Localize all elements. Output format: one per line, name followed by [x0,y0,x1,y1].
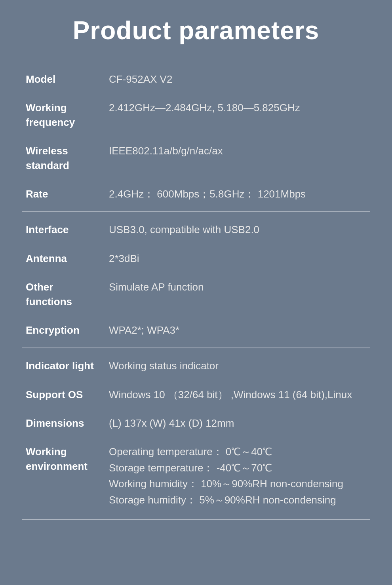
working-environment-label: Working environment [22,437,105,516]
table-row: Model CF-952AX V2 [22,65,370,93]
wireless-standard-value: IEEE802.11a/b/g/n/ac/ax [105,137,370,180]
bottom-divider [22,519,370,520]
divider-row [22,208,370,215]
params-table: Model CF-952AX V2 Working frequency 2.41… [22,65,370,523]
working-env-line: Operating temperature： 0℃～40℃ [109,444,366,459]
interface-value: USB3.0, compatible with USB2.0 [105,215,370,244]
indicator-light-label: Indicator light [22,351,105,380]
interface-label: Interface [22,215,105,244]
other-functions-label: Other functions [22,273,105,316]
table-row: Interface USB3.0, compatible with USB2.0 [22,215,370,244]
table-row: Working frequency 2.412GHz—2.484GHz, 5.1… [22,93,370,137]
rate-label: Rate [22,180,105,208]
divider [22,348,370,348]
working-environment-value: Operating temperature： 0℃～40℃Storage tem… [105,437,370,516]
table-row: Encryption WPA2*; WPA3* [22,316,370,344]
antenna-value: 2*3dBi [105,244,370,273]
other-functions-value: Simulate AP function [105,273,370,316]
dimensions-label: Dimensions [22,409,105,437]
divider-row [22,344,370,351]
support-os-label: Support OS [22,380,105,409]
table-row: Support OS Windows 10 （32/64 bit） ,Windo… [22,380,370,409]
table-row: Indicator light Working status indicator [22,351,370,380]
support-os-value: Windows 10 （32/64 bit） ,Windows 11 (64 b… [105,380,370,409]
indicator-light-value: Working status indicator [105,351,370,380]
working-env-line: Working humidity： 10%～90%RH non-condensi… [109,477,366,491]
table-row: Rate 2.4GHz： 600Mbps；5.8GHz： 1201Mbps [22,180,370,208]
working-env-line: Storage humidity： 5%～90%RH non-condensin… [109,493,366,507]
wireless-standard-label: Wireless standard [22,137,105,180]
dimensions-value: (L) 137x (W) 41x (D) 12mm [105,409,370,437]
page-container: Product parameters Model CF-952AX V2 Wor… [0,0,392,585]
table-row: Other functions Simulate AP function [22,273,370,316]
table-row: Wireless standard IEEE802.11a/b/g/n/ac/a… [22,137,370,180]
table-row: Working environment Operating temperatur… [22,437,370,516]
working-frequency-value: 2.412GHz—2.484GHz, 5.180—5.825GHz [105,93,370,137]
divider-row [22,516,370,523]
encryption-value: WPA2*; WPA3* [105,316,370,344]
antenna-label: Antenna [22,244,105,273]
encryption-label: Encryption [22,316,105,344]
table-row: Dimensions (L) 137x (W) 41x (D) 12mm [22,409,370,437]
model-label: Model [22,65,105,93]
rate-value: 2.4GHz： 600Mbps；5.8GHz： 1201Mbps [105,180,370,208]
working-env-line: Storage temperature： -40℃～70℃ [109,461,366,475]
table-row: Antenna 2*3dBi [22,244,370,273]
working-frequency-label: Working frequency [22,93,105,137]
divider [22,211,370,212]
page-title: Product parameters [22,16,370,45]
model-value: CF-952AX V2 [105,65,370,93]
